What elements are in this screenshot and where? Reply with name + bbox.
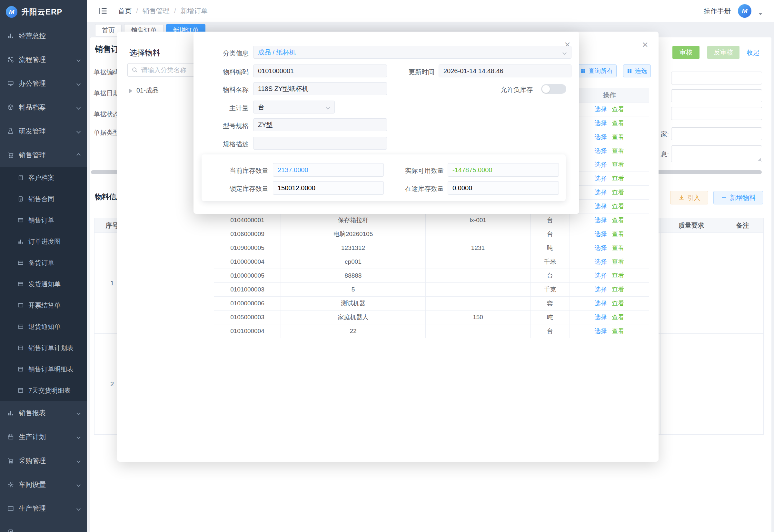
select-link[interactable]: 选择 [595,133,607,141]
select-link[interactable]: 选择 [595,105,607,113]
available-stock-input[interactable] [448,163,559,177]
import-button[interactable]: 引入 [670,191,708,204]
select-link[interactable]: 选择 [595,258,607,266]
sidebar-item-sales-mgmt[interactable]: 销售管理 [0,143,87,167]
sidebar-item-return-notice[interactable]: 退货通知单 [0,316,87,337]
view-link[interactable]: 查看 [612,133,624,141]
sidebar-item-sales-contract[interactable]: 销售合同 [0,188,87,210]
breadcrumb-home[interactable]: 首页 [118,6,132,15]
sidebar-item-sales-order[interactable]: 销售订单 [0,210,87,231]
breadcrumb-sales-mgmt[interactable]: 销售管理 [143,6,170,15]
sidebar-item-rnd-mgmt[interactable]: 研发管理 [0,119,87,143]
view-link[interactable]: 查看 [612,327,624,335]
material-row[interactable]: 0100000006 测试机器 套 选择 查看 [214,297,649,310]
view-link[interactable]: 查看 [612,258,624,266]
view-link[interactable]: 查看 [612,161,624,169]
view-link[interactable]: 查看 [612,147,624,155]
remark-cell[interactable] [722,334,763,434]
tree-node-finished-goods[interactable]: 01-成品 [136,86,159,95]
sidebar-item-stock-prep-order[interactable]: 备货订单 [0,252,87,273]
remark-cell[interactable] [722,233,763,333]
sidebar-item-invoice-settlement[interactable]: 开票结算单 [0,295,87,316]
select-link[interactable]: 选择 [595,202,607,211]
material-row[interactable]: 0104000001 保存箱拉杆 lx-001 台 选择 查看 [214,213,649,227]
select-link[interactable]: 选择 [595,244,607,252]
unit-select[interactable]: 台 [253,101,335,113]
view-link[interactable]: 查看 [612,202,624,211]
order-field-input[interactable] [671,107,762,120]
locked-stock-input[interactable] [273,181,384,195]
avatar[interactable]: M [738,4,751,18]
audit-button[interactable]: 审核 [672,46,700,59]
updated-input[interactable] [439,64,571,77]
negative-stock-toggle[interactable] [541,84,566,94]
select-link[interactable]: 选择 [595,285,607,294]
select-link[interactable]: 选择 [595,188,607,197]
sidebar-item-workshop-settings[interactable]: 车间设置 [0,473,87,497]
sidebar-item-delivery-7day[interactable]: 7天交货明细表 [0,380,87,401]
view-link[interactable]: 查看 [612,119,624,127]
select-link[interactable]: 选择 [595,230,607,238]
view-link[interactable]: 查看 [612,299,624,308]
menu-collapse-icon[interactable] [99,6,108,15]
spec-input[interactable] [253,137,387,150]
select-link[interactable]: 选择 [595,271,607,280]
model-input[interactable] [253,118,387,131]
quality-cell[interactable] [661,233,722,333]
sidebar-item-sales-report[interactable]: 销售报表 [0,401,87,425]
tree-expand-icon[interactable] [129,89,132,93]
select-link[interactable]: 选择 [595,299,607,308]
select-link[interactable]: 选择 [595,313,607,321]
view-link[interactable]: 查看 [612,105,624,113]
select-link[interactable]: 选择 [595,216,607,224]
manual-link[interactable]: 操作手册 [704,6,731,15]
sidebar-item-order-progress[interactable]: 订单进度图 [0,231,87,252]
view-link[interactable]: 查看 [612,216,624,224]
category-select[interactable]: 成品 / 纸杯机 [253,46,571,59]
sidebar-item-customer-archive[interactable]: 客户档案 [0,167,87,188]
close-icon[interactable]: × [642,39,648,50]
order-field-input[interactable] [671,72,762,84]
sidebar-item-sales-order-detail[interactable]: 销售订单明细表 [0,359,87,380]
multi-select-button[interactable]: 连选 [623,64,651,77]
view-link[interactable]: 查看 [612,230,624,238]
select-link[interactable]: 选择 [595,174,607,183]
material-row[interactable]: 0106000009 电脑20260105 台 选择 查看 [214,227,649,241]
sidebar-item-material-archive[interactable]: 料品档案 [0,95,87,119]
sidebar-item-partial[interactable] [0,520,87,532]
name-input[interactable] [253,82,387,95]
collapse-link[interactable]: 收起 [747,48,759,57]
view-link[interactable]: 查看 [612,244,624,252]
add-material-button[interactable]: 新增物料 [713,191,763,204]
chevron-down-icon[interactable] [759,13,762,15]
current-stock-input[interactable] [273,163,384,177]
material-row[interactable]: 0109000005 1231312 1231 吨 选择 查看 [214,241,649,255]
sidebar-item-sales-order-plan[interactable]: 销售订单计划表 [0,337,87,359]
sidebar-item-delivery-notice[interactable]: 发货通知单 [0,273,87,295]
material-row[interactable]: 0101000003 5 千克 选择 查看 [214,283,649,297]
sidebar-item-office-mgmt[interactable]: 办公管理 [0,72,87,95]
select-link[interactable]: 选择 [595,161,607,169]
view-link[interactable]: 查看 [612,174,624,183]
material-row[interactable]: 0105000003 家庭机器人 150 吨 选择 查看 [214,310,649,324]
code-input[interactable] [253,64,387,77]
material-row[interactable]: 0100000005 88888 台 选择 查看 [214,269,649,283]
query-all-button[interactable]: 查询所有 [577,64,617,77]
select-link[interactable]: 选择 [595,147,607,155]
view-link[interactable]: 查看 [612,313,624,321]
unaudit-button[interactable]: 反审核 [707,46,739,59]
sidebar-item-production-plan[interactable]: 生产计划 [0,425,87,449]
quality-cell[interactable] [661,334,722,434]
material-row[interactable]: 0101000004 22 台 选择 查看 [214,324,649,338]
sidebar-item-business-overview[interactable]: 经营总控 [0,24,87,48]
view-link[interactable]: 查看 [612,188,624,197]
sidebar-item-production-mgmt[interactable]: 生产管理 [0,497,87,520]
vendor-input[interactable] [671,127,762,140]
view-link[interactable]: 查看 [612,285,624,294]
sidebar-item-purchase-mgmt[interactable]: 采购管理 [0,449,87,473]
transit-stock-input[interactable] [448,181,559,195]
select-link[interactable]: 选择 [595,327,607,335]
sidebar-item-process-mgmt[interactable]: 流程管理 [0,48,87,72]
material-row[interactable]: 0100000004 cp001 千米 选择 查看 [214,255,649,269]
remark-textarea[interactable] [671,145,762,162]
